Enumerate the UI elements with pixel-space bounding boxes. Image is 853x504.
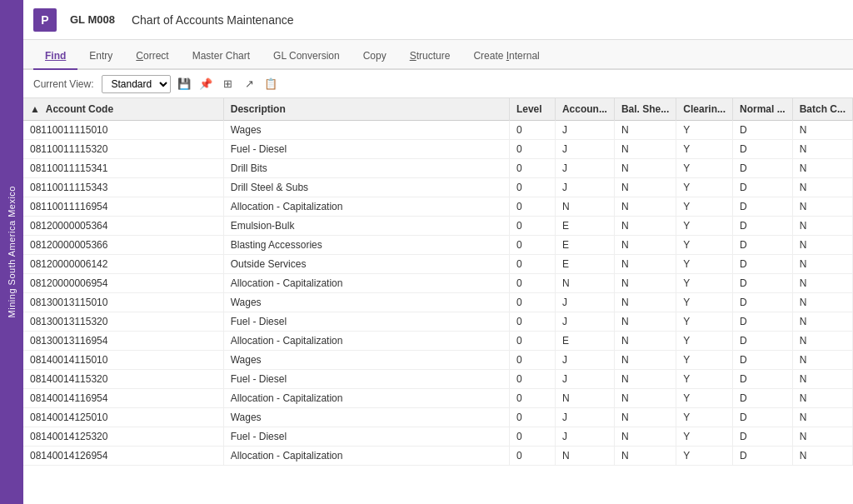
cell-batch: N [792,427,852,447]
table-row[interactable]: 08110011115320 Fuel - Diesel 0 J N Y D N [23,140,853,159]
table-row[interactable]: 08140014115320 Fuel - Diesel 0 J N Y D N [23,370,853,389]
sidebar-label: Mining South America Mexico [7,186,17,317]
cell-account: J [555,140,614,159]
cell-account: J [555,370,614,389]
tab-copy[interactable]: Copy [352,43,398,70]
cell-batch: N [792,121,852,140]
table-row[interactable]: 08130013115320 Fuel - Diesel 0 J N Y D N [23,312,853,332]
cell-description: Wages [223,293,509,312]
tab-entry[interactable]: Entry [77,43,124,70]
cell-account-code: 08120000005366 [23,236,223,255]
cell-clearing: Y [676,332,733,351]
table-row[interactable]: 08140014115010 Wages 0 J N Y D N [23,351,853,370]
accounts-table: ▲ Account Code Description Level Accoun.… [23,98,853,466]
cell-clearing: Y [676,178,733,197]
cell-clearing: Y [676,351,733,370]
export-icon[interactable]: ↗ [241,76,257,92]
cell-account: N [555,274,614,293]
copy-view-icon[interactable]: ⊞ [219,76,236,92]
table-row[interactable]: 08140014116954 Allocation - Capitalizati… [23,389,853,408]
table-row[interactable]: 08110011115010 Wages 0 J N Y D N [23,121,853,140]
cell-account-code: 08120000005364 [23,217,223,236]
cell-account: J [555,408,614,427]
cell-bal-sheet: N [614,159,676,178]
view-select[interactable]: Standard Custom [102,75,171,93]
col-header-level[interactable]: Level [509,98,555,121]
cell-account-code: 08110011115341 [23,159,223,178]
cell-normal: D [732,140,792,159]
main-content: P GL M008 Chart of Accounts Maintenance … [23,0,853,504]
cell-bal-sheet: N [614,217,676,236]
col-header-account[interactable]: Accoun... [555,98,614,121]
cell-account-code: 08110011115010 [23,121,223,140]
cell-clearing: Y [676,274,733,293]
cell-bal-sheet: N [614,236,676,255]
cell-bal-sheet: N [614,312,676,332]
table-row[interactable]: 08110011116954 Allocation - Capitalizati… [23,197,853,217]
table-row[interactable]: 08120000006954 Allocation - Capitalizati… [23,274,853,293]
cell-description: Drill Bits [223,159,509,178]
cell-bal-sheet: N [614,255,676,274]
cell-account-code: 08130013115010 [23,293,223,312]
col-header-bal-sheet[interactable]: Bal. She... [614,98,676,121]
cell-account: E [555,236,614,255]
cell-account: J [555,312,614,332]
cell-level: 0 [509,408,555,427]
table-row[interactable]: 08110011115341 Drill Bits 0 J N Y D N [23,159,853,178]
save-icon[interactable]: 💾 [176,76,192,92]
cell-normal: D [732,236,792,255]
cell-normal: D [732,351,792,370]
cell-account: N [555,447,614,466]
cell-bal-sheet: N [614,293,676,312]
cell-batch: N [792,447,852,466]
cell-description: Wages [223,408,509,427]
cell-clearing: Y [676,293,733,312]
clipboard-icon[interactable]: 📋 [262,76,279,92]
pin-icon[interactable]: 📌 [197,76,214,92]
cell-description: Fuel - Diesel [223,312,509,332]
cell-clearing: Y [676,197,733,217]
table-row[interactable]: 08140014125010 Wages 0 J N Y D N [23,408,853,427]
module-code: GL M008 [70,13,115,26]
table-row[interactable]: 08140014125320 Fuel - Diesel 0 J N Y D N [23,427,853,447]
tab-find[interactable]: Find [33,43,77,70]
table-row[interactable]: 08130013116954 Allocation - Capitalizati… [23,332,853,351]
tab-master-chart[interactable]: Master Chart [181,43,262,70]
cell-description: Allocation - Capitalization [223,274,509,293]
cell-normal: D [732,274,792,293]
cell-bal-sheet: N [614,370,676,389]
cell-clearing: Y [676,370,733,389]
cell-batch: N [792,274,852,293]
cell-bal-sheet: N [614,178,676,197]
table-row[interactable]: 08110011115343 Drill Steel & Subs 0 J N … [23,178,853,197]
cell-bal-sheet: N [614,121,676,140]
cell-clearing: Y [676,312,733,332]
tab-gl-conversion[interactable]: GL Conversion [262,43,352,70]
tab-correct[interactable]: Correct [124,43,180,70]
cell-level: 0 [509,427,555,447]
header-bar: P GL M008 Chart of Accounts Maintenance [23,0,853,40]
table-row[interactable]: 08120000005366 Blasting Accessories 0 E … [23,236,853,255]
table-row[interactable]: 08120000005364 Emulsion-Bulk 0 E N Y D N [23,217,853,236]
col-header-clearing[interactable]: Clearin... [676,98,733,121]
cell-account-code: 08130013115320 [23,312,223,332]
table-row[interactable]: 08130013115010 Wages 0 J N Y D N [23,293,853,312]
app-logo: P [33,8,57,32]
tab-structure[interactable]: Structure [398,43,462,70]
col-header-batch[interactable]: Batch C... [792,98,852,121]
cell-bal-sheet: N [614,408,676,427]
col-header-description[interactable]: Description [223,98,509,121]
col-header-normal[interactable]: Normal ... [732,98,792,121]
cell-normal: D [732,217,792,236]
tab-create-internal[interactable]: Create Internal [461,43,551,70]
col-header-account-code[interactable]: ▲ Account Code [23,98,223,121]
table-row[interactable]: 08140014126954 Allocation - Capitalizati… [23,447,853,466]
cell-level: 0 [509,274,555,293]
table-row[interactable]: 08120000006142 Outside Services 0 E N Y … [23,255,853,274]
cell-account-code: 08140014115320 [23,370,223,389]
page-title: Chart of Accounts Maintenance [132,13,294,27]
cell-level: 0 [509,255,555,274]
cell-bal-sheet: N [614,351,676,370]
cell-normal: D [732,447,792,466]
cell-normal: D [732,389,792,408]
